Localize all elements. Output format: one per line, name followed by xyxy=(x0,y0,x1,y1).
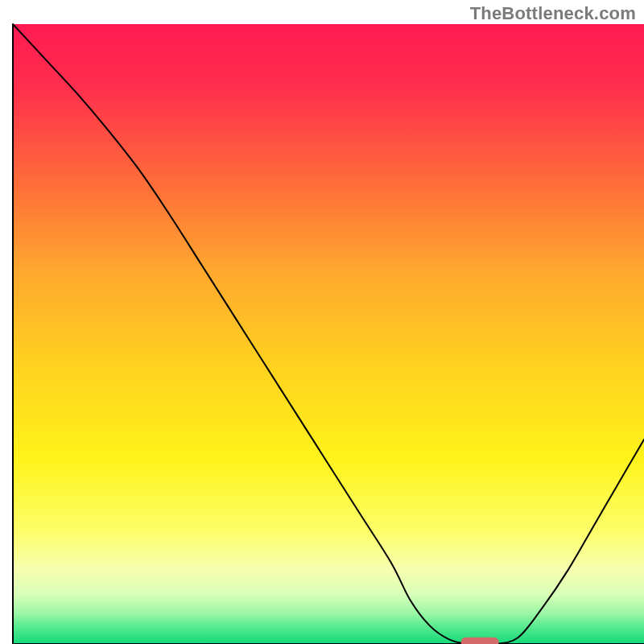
watermark-text: TheBottleneck.com xyxy=(470,3,636,24)
plot-area xyxy=(13,24,644,644)
optimal-marker xyxy=(461,638,499,644)
chart-container: TheBottleneck.com xyxy=(0,0,644,644)
chart-background xyxy=(13,24,644,644)
chart-svg xyxy=(0,0,644,644)
